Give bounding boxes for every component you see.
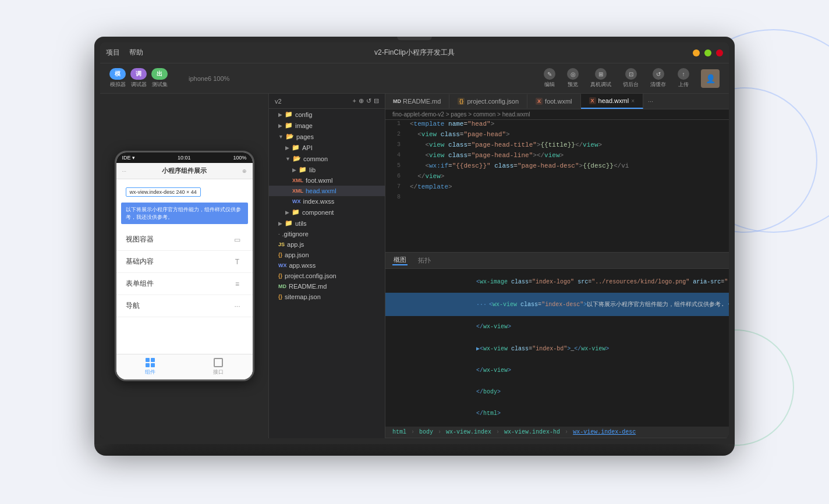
menu-item-help[interactable]: 帮助: [129, 48, 143, 58]
html-line-3[interactable]: </wx-view>: [385, 316, 729, 338]
code-editor[interactable]: 1 <template name="head"> 2 <view class="…: [385, 120, 729, 252]
tree-item-component[interactable]: ▶ 📁 component: [269, 207, 385, 218]
preview-label: 预览: [568, 81, 578, 88]
basic-icon: T: [232, 257, 243, 267]
tree-item-project-json[interactable]: {} project.config.json: [269, 271, 385, 281]
html-line-2[interactable]: ···<wx-view class="index-desc">以下将展示小程序官…: [385, 293, 729, 316]
toolbar-left: 模 模拟器 调 调试器 出 测试集: [109, 68, 168, 88]
html-line-4[interactable]: ▶<wx-view class="index-bd">_</wx-view>: [385, 338, 729, 360]
phone-mockup: IDE ▾ 10:01 100% ··· 小程序组件展示 ⊕: [115, 151, 254, 381]
title-bar: 项目 帮助 v2-FinClip小程序开发工具: [100, 42, 729, 63]
sitemap-label: sitemap.json: [285, 293, 321, 300]
html-line-6[interactable]: </body>: [385, 381, 729, 403]
tree-item-common[interactable]: ▼ 📂 common: [269, 153, 385, 164]
upload-tool[interactable]: ↑ 上传: [678, 68, 689, 88]
utils-label: utils: [295, 220, 307, 227]
user-avatar[interactable]: 👤: [701, 69, 720, 88]
elem-html[interactable]: html: [392, 429, 406, 435]
menu-item-project[interactable]: 项目: [106, 48, 120, 58]
utils-chevron: ▶: [278, 221, 282, 226]
phone-bottom-nav: 组件 接口: [116, 354, 253, 379]
image-folder-icon: 📁: [285, 122, 293, 129]
simulator-icon: 模: [109, 68, 126, 80]
tab-project-config[interactable]: {} project.config.json: [449, 94, 527, 108]
elem-body[interactable]: body: [419, 429, 433, 435]
tree-item-app-js[interactable]: JS app.js: [269, 239, 385, 250]
debugger-icon: 调: [130, 68, 147, 80]
tree-refresh-icon[interactable]: ↺: [366, 97, 371, 105]
tree-item-head-wxml[interactable]: XML head.wxml: [269, 186, 385, 196]
elem-wx-view-index[interactable]: wx-view.index: [446, 429, 491, 435]
device-debug-tool[interactable]: ⊞ 真机调试: [590, 68, 611, 88]
tree-item-utils[interactable]: ▶ 📁 utils: [269, 218, 385, 229]
title-bar-controls: [693, 49, 723, 56]
head-wxml-label: head.wxml: [306, 187, 336, 194]
component-item-view[interactable]: 视图容器 ▭: [116, 229, 253, 251]
phone-nav-interface[interactable]: 接口: [185, 354, 253, 379]
simulator-button[interactable]: 模 模拟器: [109, 68, 126, 88]
tree-item-app-json[interactable]: {} app.json: [269, 250, 385, 260]
interface-nav-icon: [214, 358, 223, 367]
tree-item-sitemap[interactable]: {} sitemap.json: [269, 292, 385, 302]
tree-new-folder-icon[interactable]: ⊕: [359, 97, 364, 105]
image-chevron: ▶: [278, 123, 282, 129]
code-text-3: <view class="page-head-title">{{title}}<…: [406, 141, 729, 149]
elem-wx-view-index-desc[interactable]: wx-view.index-desc: [573, 429, 636, 435]
sitemap-type-icon: {}: [278, 294, 282, 300]
component-item-basic[interactable]: 基础内容 T: [116, 251, 253, 273]
preview-tool[interactable]: ◎ 预览: [567, 68, 579, 88]
toolbar-right: ✎ 编辑 ◎ 预览 ⊞ 真机调试 ⊡ 切后台: [544, 68, 720, 88]
close-button[interactable]: [716, 49, 723, 56]
app-wxss-label: app.wxss: [289, 262, 316, 269]
devtools-tab-console[interactable]: 拓扑: [417, 256, 432, 265]
elem-wx-view-index-hd[interactable]: wx-view.index-hd: [504, 429, 560, 435]
background-label: 切后台: [623, 81, 639, 88]
tree-header: v2 + ⊕ ↺ ⊟: [269, 94, 385, 109]
testset-button[interactable]: 出 测试集: [151, 68, 168, 88]
tree-collapse-icon[interactable]: ⊟: [374, 97, 379, 105]
toolbar: 模 模拟器 调 调试器 出 测试集 iphone6 100%: [100, 63, 729, 94]
tab-head-wxml[interactable]: X head.wxml ×: [581, 94, 643, 109]
phone-nav-components[interactable]: 组件: [116, 354, 185, 379]
debugger-button[interactable]: 调 调试器: [130, 68, 147, 88]
line-num-8: 8: [385, 193, 406, 200]
tree-item-app-wxss[interactable]: WX app.wxss: [269, 260, 385, 271]
tree-root-name: v2: [275, 98, 282, 105]
desc-box: 以下将展示小程序官方组件能力，组件样式仅供参考，我还没供参考。: [121, 203, 248, 224]
tree-item-pages[interactable]: ▼ 📂 pages: [269, 131, 385, 142]
foot-wxml-tab-icon: X: [536, 98, 543, 105]
html-line-1[interactable]: <wx-image class="index-logo" src="../res…: [385, 271, 729, 293]
component-item-form[interactable]: 表单组件 ≡: [116, 273, 253, 295]
tree-new-file-icon[interactable]: +: [353, 97, 356, 105]
component-item-nav[interactable]: 导航 ···: [116, 295, 253, 317]
tree-item-readme[interactable]: MD README.md: [269, 281, 385, 292]
minimize-button[interactable]: [693, 49, 700, 56]
line-num-4: 4: [385, 151, 406, 158]
tree-item-api[interactable]: ▶ 📁 API: [269, 142, 385, 153]
html-line-5[interactable]: </wx-view>: [385, 360, 729, 381]
clear-cache-tool[interactable]: ↺ 清缓存: [650, 68, 666, 88]
component-folder-icon: 📁: [292, 208, 300, 216]
tree-item-config[interactable]: ▶ 📁 config: [269, 109, 385, 120]
maximize-button[interactable]: [704, 49, 711, 56]
tree-item-index-wxss[interactable]: WX index.wxss: [269, 196, 385, 207]
app-js-type-icon: JS: [278, 242, 285, 247]
title-bar-title: v2-FinClip小程序开发工具: [374, 48, 455, 58]
tree-item-foot-wxml[interactable]: XML foot.wxml: [269, 175, 385, 186]
tab-foot-wxml[interactable]: X foot.wxml: [527, 94, 580, 108]
app-json-type-icon: {}: [278, 252, 282, 258]
devtools-tab-elements[interactable]: 概图: [392, 255, 408, 265]
tree-item-lib[interactable]: ▶ 📁 lib: [269, 164, 385, 175]
background-tool[interactable]: ⊡ 切后台: [623, 68, 639, 88]
simulator-label: 模拟器: [110, 81, 126, 88]
tab-more-button[interactable]: ···: [643, 98, 658, 105]
html-line-7[interactable]: </html>: [385, 403, 729, 424]
tab-readme[interactable]: MD README.md: [385, 94, 449, 108]
edit-tool[interactable]: ✎ 编辑: [544, 68, 555, 88]
tree-item-gitignore[interactable]: · .gitignore: [269, 229, 385, 239]
tree-item-image[interactable]: ▶ 📁 image: [269, 120, 385, 131]
project-json-label: project.config.json: [285, 272, 336, 279]
head-wxml-tab-close[interactable]: ×: [631, 98, 635, 104]
app-wxss-type-icon: WX: [278, 262, 287, 268]
ide-app: 项目 帮助 v2-FinClip小程序开发工具 模: [100, 42, 729, 438]
